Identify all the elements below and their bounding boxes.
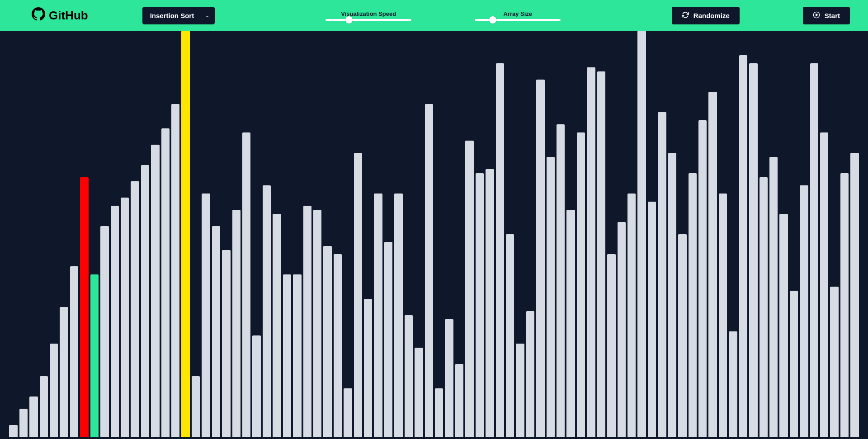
size-control: Array Size <box>475 10 561 21</box>
bar <box>19 409 28 437</box>
bar <box>50 344 58 437</box>
bar <box>242 132 250 437</box>
bar <box>293 274 301 437</box>
bar <box>202 194 210 437</box>
bar <box>668 153 676 437</box>
randomize-button[interactable]: Randomize <box>672 7 740 24</box>
bar <box>181 31 189 437</box>
bar <box>698 120 707 437</box>
bar <box>171 104 179 437</box>
bar <box>577 132 585 437</box>
bars-area <box>0 31 868 439</box>
bar <box>354 153 362 437</box>
bar <box>283 274 291 437</box>
bar <box>486 169 494 437</box>
bar <box>496 63 504 437</box>
bar <box>618 222 626 437</box>
bar <box>222 250 230 437</box>
bar <box>313 210 321 437</box>
bar <box>476 173 484 437</box>
bar <box>334 254 342 437</box>
bar <box>364 299 372 437</box>
bar <box>749 63 757 437</box>
bar <box>566 210 575 437</box>
bar <box>90 274 99 437</box>
bar <box>597 71 605 437</box>
bar <box>212 226 220 437</box>
brand[interactable]: GitHub <box>32 7 88 24</box>
bar <box>455 364 463 437</box>
github-icon <box>32 7 45 24</box>
bar <box>830 287 838 437</box>
bar <box>729 331 737 437</box>
bar <box>779 214 788 437</box>
speed-control: Visualization Speed <box>326 10 411 21</box>
bar <box>60 307 68 437</box>
bar <box>252 335 260 437</box>
bar <box>506 234 514 438</box>
bar <box>100 226 108 437</box>
speed-slider[interactable] <box>326 19 411 21</box>
bar <box>111 206 119 437</box>
bar <box>689 173 697 437</box>
bar <box>445 319 453 437</box>
bar <box>273 214 281 437</box>
refresh-icon <box>682 11 689 20</box>
bar <box>587 67 595 437</box>
bar <box>141 165 149 437</box>
bar <box>263 185 271 437</box>
bar <box>769 157 778 437</box>
bar <box>526 311 534 437</box>
algorithm-select[interactable]: Insertion Sort <box>142 7 215 24</box>
bar <box>708 92 717 437</box>
bar <box>810 63 818 437</box>
bar <box>151 145 159 437</box>
bar <box>374 194 382 437</box>
bar <box>40 376 48 437</box>
bar <box>627 194 636 437</box>
bar <box>820 132 828 437</box>
bar <box>607 254 615 437</box>
bar <box>232 210 241 437</box>
bar <box>547 157 555 437</box>
start-label: Start <box>825 12 840 19</box>
bar <box>557 124 565 437</box>
bar <box>323 246 331 437</box>
bar <box>536 80 544 437</box>
bar <box>9 425 17 437</box>
bar <box>80 177 88 437</box>
bar <box>760 177 768 437</box>
bar <box>425 104 433 437</box>
bar <box>161 128 170 437</box>
randomize-label: Randomize <box>693 12 730 19</box>
bar <box>719 194 727 437</box>
play-circle-icon <box>813 11 820 20</box>
bar <box>739 55 747 437</box>
bar <box>131 181 139 437</box>
bar <box>648 202 656 437</box>
bar <box>70 266 78 437</box>
algorithm-select-wrap: Insertion Sort ⌄ <box>142 7 215 24</box>
bar <box>658 112 666 437</box>
bar <box>303 206 311 437</box>
bar <box>435 388 443 437</box>
bar <box>840 173 849 437</box>
bar <box>394 194 402 437</box>
top-toolbar: GitHub Insertion Sort ⌄ Visualization Sp… <box>0 0 868 31</box>
bar <box>192 376 200 437</box>
bar <box>850 153 859 437</box>
bar <box>384 242 392 437</box>
start-button[interactable]: Start <box>803 7 850 24</box>
svg-marker-1 <box>816 14 817 16</box>
bar <box>121 198 129 437</box>
bar <box>516 344 524 437</box>
bar <box>415 348 423 437</box>
bar <box>405 315 413 437</box>
brand-label: GitHub <box>49 9 88 23</box>
bar <box>800 185 808 437</box>
bar <box>465 141 473 437</box>
bar <box>678 234 686 438</box>
size-slider[interactable] <box>475 19 561 21</box>
bar <box>790 291 798 437</box>
bar <box>29 397 38 437</box>
